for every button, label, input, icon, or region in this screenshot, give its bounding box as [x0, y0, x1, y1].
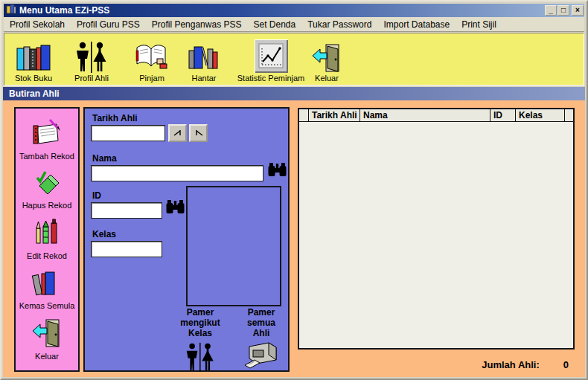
books-stack-icon — [16, 45, 51, 73]
man-woman-icon — [75, 42, 108, 73]
menu-item-tukar-password[interactable]: Tukar Password — [301, 18, 377, 31]
toolbar-label: Pinjam — [139, 74, 164, 83]
exit-door-icon — [31, 318, 63, 350]
id-input[interactable] — [91, 202, 162, 219]
chart-button-icon — [255, 39, 288, 73]
members-table-header: Tarikh Ahli Nama ID Kelas — [299, 109, 573, 122]
kelas-input[interactable] — [91, 241, 162, 257]
section-title: Butiran Ahli — [9, 88, 60, 99]
menu-bar: Profil Sekolah Profil Guru PSS Profil Pe… — [4, 17, 584, 32]
pamer-semua-ahli-button[interactable]: Pamer semua Ahli — [238, 308, 284, 373]
window-titlebar[interactable]: Menu Utama EZi-PSS _ □ × — [4, 4, 584, 17]
nama-label: Nama — [92, 153, 117, 164]
menu-item-profil-guru-pss[interactable]: Profil Guru PSS — [71, 18, 146, 31]
minimize-button[interactable]: _ — [545, 5, 557, 16]
date-next-button[interactable] — [189, 124, 208, 142]
total-row: Jumlah Ahli: 0 — [482, 359, 569, 370]
maximize-button[interactable]: □ — [557, 5, 569, 16]
sidebar-item-label: Edit Rekod — [27, 251, 67, 260]
column-header-blank[interactable] — [299, 109, 309, 121]
toolbar-keluar[interactable]: Keluar — [307, 43, 347, 83]
window-controls: _ □ × — [545, 5, 584, 16]
member-photo-placeholder — [186, 186, 281, 306]
column-header-id[interactable]: ID — [490, 109, 516, 121]
toolbar-label: Keluar — [315, 74, 339, 83]
close-button[interactable]: × — [572, 5, 584, 16]
toolbar-label: Hantar — [191, 74, 216, 83]
content-area: Tambah Rekod Hapus Rekod — [3, 100, 585, 377]
menu-item-import-database[interactable]: Import Database — [377, 18, 456, 31]
sidebar-item-tambah-rekod[interactable]: Tambah Rekod — [19, 118, 74, 161]
man-woman-icon — [185, 341, 215, 376]
search-id-button[interactable] — [166, 200, 185, 217]
stationery-icon — [32, 218, 62, 250]
sidebar-item-kemas-semula[interactable]: Kemas Semula — [19, 269, 75, 310]
toolbar-label: Profil Ahli — [74, 74, 109, 83]
tarikh-ahli-label: Tarikh Ahli — [92, 113, 138, 123]
column-header-tarikh-ahli[interactable]: Tarikh Ahli — [309, 109, 360, 121]
column-header-filler — [565, 109, 573, 121]
column-header-kelas[interactable]: Kelas — [516, 109, 565, 121]
sidebar-item-label: Hapus Rekod — [22, 201, 72, 210]
books-pen-icon — [188, 43, 220, 73]
app-window: Menu Utama EZi-PSS _ □ × Profil Sekolah … — [0, 0, 588, 380]
date-prev-icon — [173, 129, 183, 138]
books-icon — [31, 269, 63, 300]
printer-icon — [243, 341, 279, 373]
app-icon — [6, 4, 16, 17]
nama-input[interactable] — [91, 165, 263, 181]
toolbar: Stok Buku Profil Ahli — [4, 33, 584, 86]
pamer-semua-ahli-label: Pamer semua Ahli — [238, 308, 284, 338]
tarikh-ahli-input[interactable] — [91, 125, 165, 141]
eraser-icon — [32, 169, 62, 199]
binoculars-icon — [268, 163, 287, 178]
pamer-mengikut-kelas-label: Pamer mengikut Kelas — [171, 308, 229, 338]
menu-item-print-sijil[interactable]: Print Sijil — [456, 18, 502, 31]
section-titlebar: Butiran Ahli — [3, 87, 585, 100]
toolbar-hantar[interactable]: Hantar — [181, 43, 227, 83]
sidebar-item-keluar[interactable]: Keluar — [31, 318, 63, 361]
sidebar: Tambah Rekod Hapus Rekod — [14, 107, 80, 372]
jumlah-ahli-value: 0 — [563, 359, 569, 370]
binoculars-icon — [166, 200, 185, 215]
pamer-mengikut-kelas-button[interactable]: Pamer mengikut Kelas — [171, 308, 229, 376]
kelas-label: Kelas — [92, 229, 116, 239]
sidebar-item-label: Keluar — [35, 352, 59, 361]
menu-item-profil-sekolah[interactable]: Profil Sekolah — [4, 18, 71, 31]
open-book-hand-icon — [135, 43, 169, 73]
toolbar-statistic-peminjam[interactable]: Statistic Peminjam — [231, 39, 310, 83]
exit-door-icon — [311, 43, 342, 73]
jumlah-ahli-label: Jumlah Ahli: — [482, 359, 540, 370]
members-table-body[interactable] — [299, 122, 573, 350]
members-table[interactable]: Tarikh Ahli Nama ID Kelas — [298, 108, 575, 350]
toolbar-label: Stok Buku — [15, 74, 52, 83]
sidebar-item-edit-rekod[interactable]: Edit Rekod — [27, 218, 67, 260]
toolbar-label: Statistic Peminjam — [237, 74, 304, 83]
member-form-panel: Tarikh Ahli Nama — [83, 107, 290, 372]
menu-item-profil-penganwas-pss[interactable]: Profil Penganwas PSS — [146, 18, 248, 31]
toolbar-stok-buku[interactable]: Stok Buku — [9, 45, 58, 83]
sidebar-item-hapus-rekod[interactable]: Hapus Rekod — [22, 169, 72, 210]
toolbar-profil-ahli[interactable]: Profil Ahli — [67, 42, 116, 83]
sidebar-item-label: Tambah Rekod — [19, 152, 74, 161]
search-nama-button[interactable] — [268, 163, 287, 180]
id-label: ID — [92, 190, 101, 201]
menu-item-set-denda[interactable]: Set Denda — [247, 18, 301, 31]
toolbar-pinjam[interactable]: Pinjam — [130, 43, 174, 83]
notebook-pen-icon — [31, 118, 63, 150]
column-header-nama[interactable]: Nama — [360, 109, 490, 121]
sidebar-item-label: Kemas Semula — [19, 301, 75, 310]
date-prev-button[interactable] — [168, 124, 187, 142]
window-title: Menu Utama EZi-PSS — [19, 5, 109, 16]
date-next-icon — [194, 129, 204, 138]
